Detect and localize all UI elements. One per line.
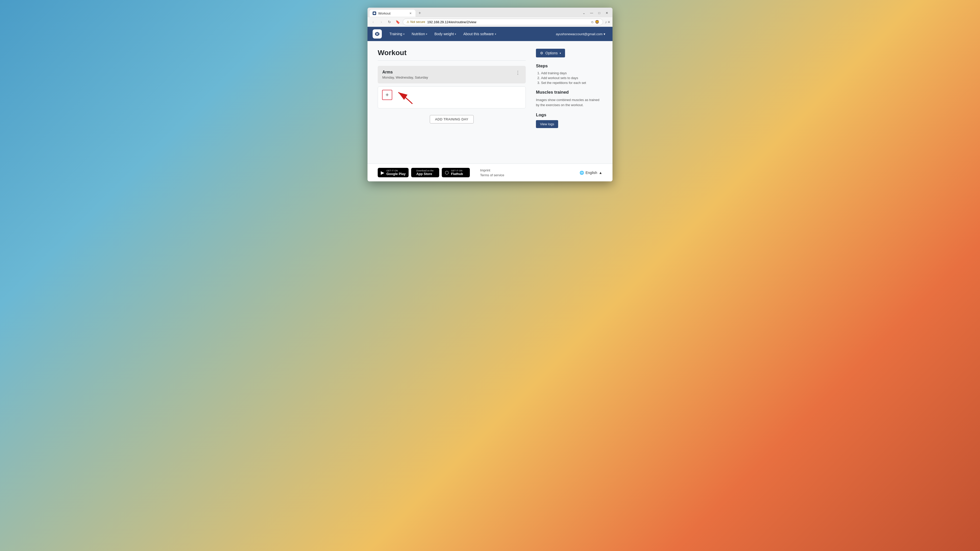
app-store-line2: App Store: [416, 172, 434, 176]
svg-marker-0: [373, 12, 375, 14]
tab-title: Workout: [378, 11, 390, 15]
close-button[interactable]: ✕: [603, 10, 611, 16]
music-icon[interactable]: ♪: [605, 20, 607, 24]
new-tab-button[interactable]: +: [416, 9, 423, 17]
back-button[interactable]: ‹: [370, 19, 376, 25]
language-caret-icon: ▲: [599, 171, 602, 175]
minimize-button[interactable]: —: [588, 10, 595, 16]
browser-window: Workout ✕ + ⌄ — □ ✕ ‹ › ↻ 🔖: [368, 8, 612, 181]
chevron-button[interactable]: ⌄: [580, 10, 587, 16]
url-bar[interactable]: ⚠ Not secure 192.168.29.124/en/routine/2…: [403, 19, 603, 25]
page-title: Workout: [378, 49, 526, 57]
maximize-icon: □: [598, 11, 600, 15]
bookmark-icon: 🔖: [396, 20, 400, 24]
tab-close-button[interactable]: ✕: [408, 11, 412, 15]
user-caret-icon: ▾: [604, 32, 605, 36]
svg-text:W: W: [376, 33, 379, 35]
app-store-text: Download on the App Store: [416, 169, 434, 176]
muscles-desc: Images show combined muscles as trained …: [536, 97, 602, 107]
share-icon[interactable]: ⎋: [591, 20, 593, 24]
body-weight-label: Body weight: [434, 32, 454, 36]
steps-list: Add training days Add workout sets to da…: [536, 71, 602, 85]
chevron-down-icon: ⌄: [583, 11, 585, 15]
google-play-line2: Google Play: [387, 172, 406, 176]
refresh-icon: ↻: [388, 20, 391, 24]
maximize-button[interactable]: □: [596, 10, 603, 16]
user-email: ayushsnewaccount@gmail.com: [556, 32, 603, 36]
plus-icon: +: [386, 92, 389, 98]
content-right: ⚙ Options ▾ Steps Add training days Add …: [536, 49, 602, 156]
google-play-text: GET IT ON Google Play: [387, 169, 406, 176]
training-day-name: Arms: [382, 70, 428, 75]
security-warning: ⚠ Not secure: [407, 20, 425, 24]
forward-button[interactable]: ›: [378, 19, 384, 25]
store-badges: ▶ GET IT ON Google Play Download on the …: [378, 168, 470, 177]
nutrition-caret-icon: ▾: [426, 33, 427, 35]
user-account-menu[interactable]: ayushsnewaccount@gmail.com ▾: [554, 32, 608, 36]
red-arrow-annotation: [393, 87, 416, 105]
google-play-badge[interactable]: ▶ GET IT ON Google Play: [378, 168, 409, 177]
footer-links: Imprint Terms of service: [480, 168, 504, 177]
add-exercise-button[interactable]: +: [382, 90, 392, 100]
security-label: Not secure: [410, 20, 425, 24]
warning-icon: ⚠: [407, 20, 409, 24]
training-day-schedule: Monday, Wednesday, Saturday: [382, 76, 428, 79]
app-navbar: W Training ▾ Nutrition ▾ Body weight ▾ A…: [368, 27, 612, 41]
training-caret-icon: ▾: [403, 33, 404, 35]
language-selector[interactable]: 🌐 English ▲: [579, 171, 602, 175]
training-day-menu-button[interactable]: ⋮: [514, 70, 521, 76]
nav-nutrition[interactable]: Nutrition ▾: [408, 27, 431, 41]
bookmark-button[interactable]: 🔖: [395, 19, 401, 25]
about-caret-icon: ▾: [495, 33, 496, 35]
close-icon: ✕: [409, 12, 412, 15]
step-1: Add training days: [541, 71, 602, 75]
active-tab[interactable]: Workout ✕: [369, 10, 415, 17]
add-training-day-label: ADD TRAINING DAY: [435, 118, 468, 121]
nav-menu: Training ▾ Nutrition ▾ Body weight ▾ Abo…: [386, 27, 554, 41]
add-training-day-button[interactable]: ADD TRAINING DAY: [430, 115, 474, 124]
view-logs-button[interactable]: View logs: [536, 120, 558, 128]
globe-icon: 🌐: [579, 171, 584, 175]
address-bar: ‹ › ↻ 🔖 ⚠ Not secure 192.168.29.124/en/r…: [368, 17, 612, 27]
app-logo[interactable]: W: [372, 29, 382, 38]
flathub-badge[interactable]: ⬡ GET IT ON Flathub: [442, 168, 470, 177]
body-weight-caret-icon: ▾: [455, 33, 456, 35]
content-left: Workout Arms Monday, Wednesday, Saturday…: [378, 49, 526, 156]
nav-training[interactable]: Training ▾: [386, 27, 408, 41]
forward-icon: ›: [381, 20, 382, 24]
flathub-line1: GET IT ON: [451, 169, 463, 172]
options-label: Options: [546, 51, 558, 55]
training-day-card: Arms Monday, Wednesday, Saturday ⋮: [378, 66, 526, 83]
add-exercise-area: +: [378, 86, 526, 108]
menu-icon[interactable]: ≡: [608, 20, 610, 24]
refresh-button[interactable]: ↻: [387, 19, 393, 25]
options-button[interactable]: ⚙ Options ▾: [536, 49, 565, 57]
add-training-day-area: ADD TRAINING DAY: [378, 113, 526, 126]
nutrition-label: Nutrition: [412, 32, 425, 36]
flathub-text: GET IT ON Flathub: [451, 169, 463, 176]
steps-title: Steps: [536, 64, 602, 68]
options-caret-icon: ▾: [560, 52, 561, 55]
imprint-link[interactable]: Imprint: [480, 168, 504, 172]
google-play-icon: ▶: [381, 170, 384, 176]
logs-section: Logs View logs: [536, 113, 602, 128]
minimize-icon: —: [590, 11, 593, 15]
training-day-info: Arms Monday, Wednesday, Saturday: [382, 70, 428, 79]
language-label: English: [585, 171, 597, 175]
nav-about[interactable]: About this software ▾: [460, 27, 500, 41]
app-store-badge[interactable]: Download on the App Store: [411, 168, 439, 177]
terms-link[interactable]: Terms of service: [480, 173, 504, 177]
step-2: Add workout sets to days: [541, 76, 602, 80]
muscles-title: Muscles trained: [536, 90, 602, 95]
close-window-icon: ✕: [606, 11, 608, 15]
tab-bar-area: Workout ✕ + ⌄ — □ ✕: [368, 8, 612, 17]
gear-icon: ⚙: [540, 51, 543, 55]
brave-shield-icon[interactable]: 🦁: [595, 20, 599, 24]
tab-area: Workout ✕ +: [368, 9, 580, 17]
tab-favicon-icon: [372, 11, 376, 15]
about-label: About this software: [463, 32, 493, 36]
nav-body-weight[interactable]: Body weight ▾: [431, 27, 460, 41]
footer: ▶ GET IT ON Google Play Download on the …: [368, 164, 612, 181]
toolbar-icons: ♪ ≡: [605, 20, 610, 24]
app-store-line1: Download on the: [416, 169, 434, 172]
